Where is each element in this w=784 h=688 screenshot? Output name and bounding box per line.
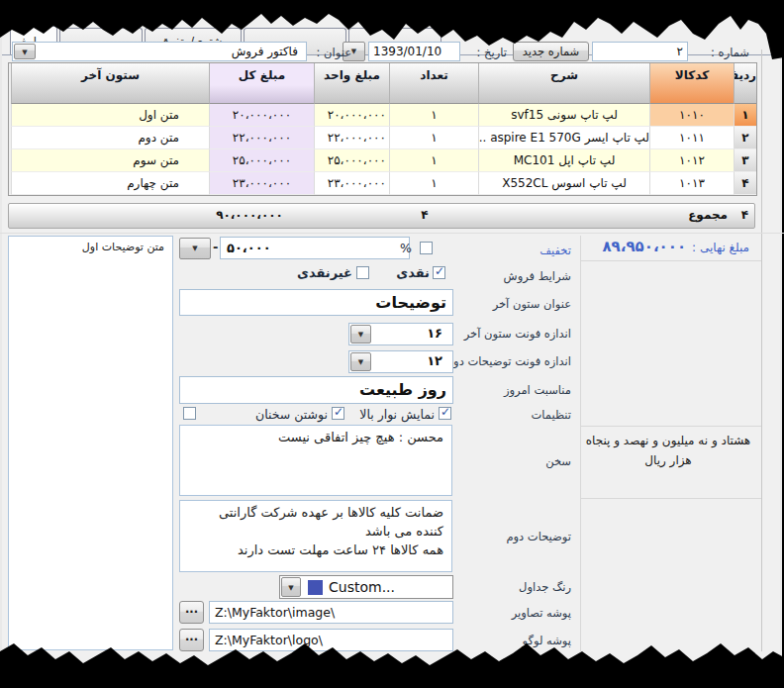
summary-row: ۴ مجموع ۴ ۹۰،۰۰۰،۰۰۰ bbox=[8, 203, 755, 229]
summary-row-count: ۴ bbox=[741, 208, 748, 222]
column-header-quantity[interactable]: تعداد bbox=[389, 63, 478, 104]
extra-option-checkbox[interactable] bbox=[183, 407, 196, 420]
totals-cell-divider-1 bbox=[580, 260, 761, 261]
grid-cell-code[interactable]: ۱۰۱۳ bbox=[649, 172, 734, 195]
invoice-title-value: فاکتور فروش bbox=[232, 45, 298, 58]
grid-cell-row_no[interactable]: ۱ bbox=[734, 104, 756, 127]
grid-cell-unit_price[interactable]: ۲۵،۰۰۰،۰۰۰ bbox=[314, 149, 389, 172]
summary-quantity-total: ۴ bbox=[410, 208, 440, 222]
grid-cell-qty[interactable]: ۱ bbox=[389, 172, 478, 195]
write-quotes-checkbox[interactable] bbox=[332, 407, 344, 420]
grid-cell-last_col[interactable]: متن اول bbox=[11, 104, 209, 127]
second-description-line2: همه کالاها ۲۴ ساعت مهلت تست دارند bbox=[188, 541, 443, 560]
date-label: تاریخ : bbox=[477, 46, 507, 59]
grid-cell-row_no[interactable]: ۲ bbox=[734, 127, 756, 149]
last-column-font-label: اندازه فونت ستون آخر bbox=[464, 327, 571, 341]
write-quotes-label: نوشتن سخنان bbox=[255, 407, 328, 422]
grid-cell-unit_price[interactable]: ۲۳،۰۰۰،۰۰۰ bbox=[314, 172, 389, 195]
grid-cell-last_col[interactable]: متن دوم bbox=[11, 127, 209, 149]
title-label: عنوان : bbox=[317, 46, 351, 59]
settings-vertical-divider bbox=[580, 236, 581, 651]
last-column-font-value: ۱۶ bbox=[427, 326, 442, 341]
invoice-title-combobox[interactable]: فاکتور فروش ▼ bbox=[12, 42, 307, 61]
grid-cell-unit_price[interactable]: ۲۰،۰۰۰،۰۰۰ bbox=[314, 104, 389, 127]
second-description-label: توضیحات دوم bbox=[506, 530, 571, 543]
table-color-value: Custom... bbox=[329, 579, 395, 595]
last-column-font-combobox[interactable]: ۱۶ ▼ bbox=[348, 323, 453, 345]
grid-cell-total_price[interactable]: ۲۵،۰۰۰،۰۰۰ bbox=[209, 149, 314, 172]
logo-folder-label: پوشه لوگو bbox=[523, 634, 571, 647]
table-color-label: رنگ جداول bbox=[519, 580, 571, 594]
grid-cell-desc[interactable]: لپ تاپ اپل MC101 bbox=[478, 149, 649, 172]
images-folder-label: پوشه تصاویر bbox=[512, 606, 571, 620]
invoice-grid: ردیف کدکالا شرح تعداد مبلغ واحد مبلغ کل … bbox=[8, 62, 757, 196]
amount-in-words: هشتاد و نه میلیون و نهصد و پنجاه هزار ری… bbox=[584, 432, 752, 471]
grid-cell-qty[interactable]: ۱ bbox=[389, 104, 478, 127]
chevron-down-icon: ▼ bbox=[192, 245, 197, 252]
discount-input[interactable]: ۵۰،۰۰۰ bbox=[220, 237, 410, 259]
discount-label[interactable]: تخفیف bbox=[539, 244, 571, 257]
quote-label: سخن bbox=[545, 454, 571, 468]
sale-terms-label: شرایط فروش bbox=[504, 269, 571, 283]
grid-cell-last_col[interactable]: متن چهارم bbox=[11, 172, 209, 195]
grid-cell-unit_price[interactable]: ۲۲،۰۰۰،۰۰۰ bbox=[314, 127, 389, 149]
column-header-item-code[interactable]: کدکالا bbox=[649, 63, 734, 104]
new-number-button[interactable]: شماره جدید bbox=[513, 42, 589, 61]
grid-cell-desc[interactable]: لپ تاپ سونی svf15 bbox=[478, 104, 649, 127]
grid-cell-row_no[interactable]: ۴ bbox=[734, 172, 756, 195]
grid-cell-qty[interactable]: ۱ bbox=[389, 149, 478, 172]
column-header-description[interactable]: شرح bbox=[478, 63, 649, 104]
occasion-input[interactable]: روز طبیعت bbox=[179, 376, 453, 404]
cash-label: نقدی bbox=[396, 265, 430, 280]
logo-folder-input[interactable]: Z:\MyFaktor\logo\ bbox=[209, 629, 453, 651]
last-column-title-label: عنوان ستون آخر bbox=[493, 297, 571, 311]
grid-cell-total_price[interactable]: ۲۰،۰۰۰،۰۰۰ bbox=[209, 104, 314, 127]
grid-cell-total_price[interactable]: ۲۳،۰۰۰،۰۰۰ bbox=[209, 172, 314, 195]
date-input[interactable]: 1393/01/10 bbox=[368, 42, 460, 61]
chevron-down-icon[interactable]: ▼ bbox=[350, 352, 371, 371]
totals-cell-divider-2 bbox=[580, 426, 761, 427]
summary-grand-total: ۹۰،۰۰۰،۰۰۰ bbox=[190, 208, 309, 222]
final-amount: مبلغ نهایی : ۸۹،۹۵۰،۰۰۰ bbox=[602, 238, 749, 255]
description1-textarea[interactable]: متن توضیحات اول bbox=[8, 236, 173, 650]
grid-cell-code[interactable]: ۱۰۱۱ bbox=[649, 127, 734, 149]
table-color-combobox[interactable]: ▼ Custom... bbox=[279, 575, 453, 599]
final-amount-label: مبلغ نهایی : bbox=[692, 241, 749, 254]
second-description-line1: ضمانت کلیه کالاها بر عهده شرکت گارانتی ک… bbox=[188, 504, 443, 541]
grid-cell-desc[interactable]: لپ تاپ اسوس X552CL bbox=[478, 172, 649, 195]
cash-checkbox[interactable] bbox=[433, 266, 445, 279]
grid-cell-code[interactable]: ۱۰۱۲ bbox=[649, 149, 734, 172]
show-topbar-checkbox[interactable] bbox=[439, 407, 451, 420]
images-folder-browse-button[interactable]: ... bbox=[179, 601, 204, 624]
second-description-textarea[interactable]: ضمانت کلیه کالاها بر عهده شرکت گارانتی ک… bbox=[179, 500, 452, 572]
grid-cell-qty[interactable]: ۱ bbox=[389, 127, 478, 149]
logo-folder-browse-button[interactable]: ... bbox=[179, 629, 204, 651]
final-amount-value: ۸۹،۹۵۰،۰۰۰ bbox=[602, 238, 686, 255]
column-header-row-no[interactable]: ردیف bbox=[734, 63, 756, 104]
column-header-total-price[interactable]: مبلغ کل bbox=[209, 63, 314, 104]
chevron-down-icon[interactable]: ▼ bbox=[14, 44, 36, 59]
discount-percent-label: % bbox=[400, 241, 412, 255]
chevron-down-icon[interactable]: ▼ bbox=[350, 325, 371, 344]
grid-cell-row_no[interactable]: ۳ bbox=[734, 149, 756, 172]
discount-unit-value: - bbox=[213, 240, 218, 254]
quote-textarea[interactable]: محسن : هیچ چیز اتفاقی نیست bbox=[179, 425, 452, 496]
grid-cell-desc[interactable]: لپ تاپ ایسر aspire E1 570G ... bbox=[478, 127, 649, 149]
images-folder-input[interactable]: Z:\MyFaktor\image\ bbox=[209, 601, 453, 624]
last-column-title-input[interactable]: توضیحات bbox=[179, 289, 453, 316]
noncash-checkbox[interactable] bbox=[356, 266, 369, 279]
totals-cell-divider-3 bbox=[580, 498, 761, 499]
grid-cell-last_col[interactable]: متن سوم bbox=[11, 149, 209, 172]
column-header-last-column[interactable]: ستون آخر bbox=[11, 63, 209, 104]
invoice-number-input[interactable]: ۲ bbox=[592, 42, 688, 61]
grid-cell-code[interactable]: ۱۰۱۰ bbox=[649, 104, 734, 127]
chevron-down-icon[interactable]: ▼ bbox=[281, 577, 301, 597]
discount-unit-dropdown-button[interactable]: ▼ bbox=[179, 238, 211, 259]
second-desc-font-combobox[interactable]: ۱۲ ▼ bbox=[348, 350, 453, 373]
show-topbar-label: نمایش نوار بالا bbox=[359, 407, 435, 422]
grid-cell-total_price[interactable]: ۲۲،۰۰۰،۰۰۰ bbox=[209, 127, 314, 149]
summary-label: مجموع bbox=[688, 208, 728, 222]
discount-percent-checkbox[interactable] bbox=[420, 242, 433, 254]
column-header-unit-price[interactable]: مبلغ واحد bbox=[314, 63, 389, 104]
chevron-down-icon: ▼ bbox=[351, 48, 356, 55]
